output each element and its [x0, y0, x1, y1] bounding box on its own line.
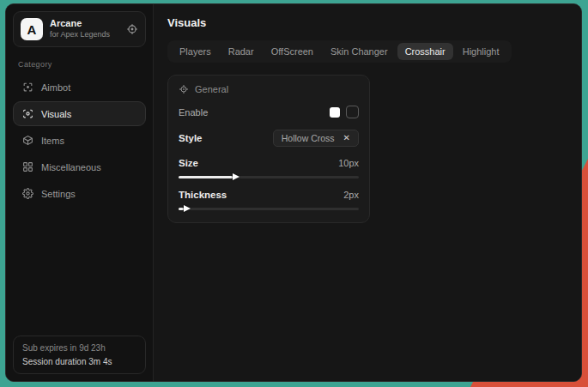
page-title: Visuals [167, 16, 567, 29]
tab-offscreen[interactable]: OffScreen [264, 43, 321, 60]
sidebar-item-items[interactable]: Items [13, 128, 146, 153]
tab-players[interactable]: Players [172, 43, 219, 60]
sub-expires-text: Sub expires in 9d 23h [22, 343, 136, 353]
sidebar-item-label: Items [41, 136, 64, 146]
general-card: General Enable Style Hollow Cross ✕ [167, 75, 370, 223]
enable-label: Enable [179, 107, 208, 118]
tab-radar[interactable]: Radar [221, 43, 262, 60]
sidebar-item-settings[interactable]: Settings [13, 181, 146, 206]
app-header-card: A Arcane for Apex Legends [13, 11, 146, 47]
style-value: Hollow Cross [282, 133, 335, 143]
clear-icon[interactable]: ✕ [343, 134, 350, 142]
sidebar-item-label: Miscellaneous [41, 162, 101, 172]
style-select[interactable]: Hollow Cross ✕ [273, 130, 359, 147]
gear-icon [22, 188, 33, 199]
app-window: A Arcane for Apex Legends Category [5, 3, 582, 382]
sidebar-item-miscellaneous[interactable]: Miscellaneous [13, 154, 146, 179]
tab-highlight[interactable]: Highlight [455, 43, 507, 60]
cube-icon [22, 135, 33, 146]
crosshair-small-icon [179, 84, 189, 94]
eye-icon [22, 108, 33, 119]
grid-icon [22, 161, 33, 172]
color-swatch[interactable] [330, 107, 340, 118]
sidebar: A Arcane for Apex Legends Category [6, 4, 154, 381]
card-title: General [195, 84, 228, 94]
app-logo: A [21, 18, 43, 40]
enable-checkbox[interactable] [346, 106, 359, 118]
category-label: Category [18, 60, 141, 69]
sidebar-item-label: Settings [41, 189, 76, 199]
size-slider-thumb[interactable] [233, 173, 239, 180]
style-label: Style [179, 133, 203, 143]
target-icon[interactable] [126, 23, 138, 35]
size-label: Size [179, 158, 198, 168]
crosshair-icon [22, 82, 33, 93]
session-duration-text: Session duration 3m 4s [22, 357, 136, 366]
size-value: 10px [338, 158, 359, 168]
sidebar-nav: Aimbot Visuals Items [13, 75, 146, 206]
tab-skin-changer[interactable]: Skin Changer [323, 43, 396, 60]
tab-crosshair[interactable]: Crosshair [397, 43, 453, 60]
size-slider[interactable] [179, 176, 359, 178]
thickness-label: Thickness [179, 190, 227, 200]
sidebar-item-visuals[interactable]: Visuals [13, 101, 146, 126]
thickness-slider[interactable] [179, 208, 359, 210]
app-title: Arcane [50, 18, 110, 30]
thickness-slider-thumb[interactable] [184, 205, 191, 212]
tab-bar: Players Radar OffScreen Skin Changer Cro… [167, 40, 512, 63]
main-panel: Visuals Players Radar OffScreen Skin Cha… [154, 4, 581, 381]
sidebar-item-aimbot[interactable]: Aimbot [13, 75, 146, 100]
app-subtitle: for Apex Legends [50, 30, 110, 40]
sidebar-item-label: Aimbot [41, 82, 70, 93]
sidebar-item-label: Visuals [41, 109, 71, 119]
subscription-info-card: Sub expires in 9d 23h Session duration 3… [13, 336, 146, 374]
thickness-value: 2px [343, 190, 359, 200]
